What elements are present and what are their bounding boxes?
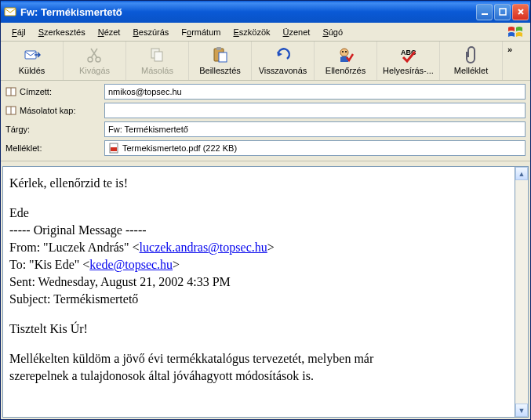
svg-rect-2	[500, 9, 506, 15]
check-icon	[337, 46, 355, 63]
svg-rect-18	[111, 147, 117, 151]
spelling-icon: ABC	[400, 46, 417, 63]
window-controls	[476, 4, 529, 20]
maximize-button[interactable]	[494, 4, 511, 20]
cc-input[interactable]	[104, 103, 526, 118]
scroll-down-button[interactable]: ▼	[515, 404, 528, 417]
paperclip-icon	[463, 46, 480, 63]
paste-button[interactable]: Beillesztés	[189, 42, 252, 80]
window-title: Fw: Termékismertető	[20, 6, 476, 18]
body-line: Sent: Wednesday, August 21, 2002 4:33 PM	[9, 275, 508, 289]
toolbar-overflow[interactable]: »	[503, 42, 517, 80]
toolbar: Küldés Kivágás Másolás Beillesztés Vissz…	[1, 42, 530, 81]
paste-icon	[212, 46, 229, 63]
undo-label: Visszavonás	[259, 66, 307, 75]
body-line: Kérlek, ellenőrzid te is!	[9, 176, 508, 190]
maximize-icon	[499, 8, 507, 16]
svg-rect-3	[25, 51, 36, 59]
menu-tools[interactable]: Eszközök	[227, 26, 276, 38]
menu-file[interactable]: Fájl	[5, 26, 32, 38]
attach-button[interactable]: Melléklet	[440, 42, 503, 80]
subject-label: Tárgy:	[5, 125, 100, 134]
check-button[interactable]: Ellenőrzés	[315, 42, 377, 80]
close-button[interactable]	[512, 4, 529, 20]
to-email-link[interactable]: kede@topsec.hu	[89, 258, 173, 271]
spelling-label: Helyesírás-...	[383, 66, 434, 75]
undo-icon	[275, 46, 292, 63]
menu-view[interactable]: Nézet	[92, 26, 127, 38]
compose-window: Fw: Termékismertető Fájl Szerkesztés Néz…	[0, 0, 531, 420]
windows-logo-icon	[507, 24, 526, 40]
menu-format[interactable]: Formátum	[175, 26, 227, 38]
spelling-button[interactable]: ABC Helyesírás-...	[377, 42, 440, 80]
cut-label: Kivágás	[79, 66, 110, 75]
body-line: Tisztelt Kis Úr!	[9, 322, 508, 336]
close-icon	[517, 8, 525, 16]
copy-button[interactable]: Másolás	[126, 42, 189, 80]
attachment-row: Melléklet: Termekismerteto.pdf (222 KB)	[5, 140, 526, 156]
to-input[interactable]	[104, 84, 526, 100]
cut-button[interactable]: Kivágás	[64, 42, 126, 80]
titlebar[interactable]: Fw: Termékismertető	[1, 1, 530, 23]
svg-point-11	[340, 49, 348, 56]
menu-message[interactable]: Üzenet	[277, 26, 317, 38]
scroll-up-button[interactable]: ▲	[515, 167, 528, 180]
minimize-button[interactable]	[476, 4, 493, 20]
message-body[interactable]: Kérlek, ellenőrzid te is! Ede ----- Orig…	[2, 166, 515, 418]
svg-point-12	[342, 51, 344, 52]
body-line: Ede	[9, 206, 508, 220]
to-label-btn[interactable]: Címzett:	[5, 87, 100, 96]
menu-edit[interactable]: Szerkesztés	[32, 26, 92, 38]
svg-point-13	[345, 51, 347, 52]
svg-point-5	[96, 57, 100, 62]
copy-icon	[149, 46, 166, 63]
copy-label: Másolás	[141, 66, 173, 75]
send-icon	[24, 46, 41, 63]
svg-rect-0	[5, 8, 16, 16]
body-line: ----- Original Message -----	[9, 223, 508, 237]
body-line: Subject: Termékismertető	[9, 292, 508, 306]
chevron-down-icon: ▼	[518, 407, 526, 415]
body-line: From: "Luczek András" <luczek.andras@top…	[9, 241, 508, 255]
body-wrap: Kérlek, ellenőrzid te is! Ede ----- Orig…	[1, 161, 530, 419]
attachment-label: Melléklet:	[5, 143, 100, 153]
svg-rect-1	[482, 13, 488, 15]
app-icon	[4, 5, 16, 18]
address-book-icon	[5, 106, 16, 115]
cc-row: Másolatot kap:	[5, 103, 526, 118]
undo-button[interactable]: Visszavonás	[252, 42, 315, 80]
pdf-icon	[108, 143, 119, 154]
body-line: Mellékelten küldöm a jövő évi termékkata…	[9, 352, 508, 366]
scroll-track[interactable]	[515, 180, 528, 404]
subject-row: Tárgy:	[5, 121, 526, 137]
subject-input[interactable]	[104, 121, 526, 137]
cc-label-btn[interactable]: Másolatot kap:	[5, 106, 100, 115]
menu-insert[interactable]: Beszúrás	[126, 26, 175, 38]
menubar: Fájl Szerkesztés Nézet Beszúrás Formátum…	[1, 23, 530, 42]
svg-rect-7	[155, 52, 162, 61]
chevron-up-icon: ▲	[518, 170, 526, 178]
check-label: Ellenőrzés	[326, 66, 366, 75]
send-button[interactable]: Küldés	[1, 42, 64, 80]
menu-help[interactable]: Súgó	[316, 26, 349, 38]
svg-rect-9	[216, 47, 221, 50]
address-book-icon	[5, 87, 16, 96]
body-line: szerepelnek a tulajdonosok által jóváhag…	[9, 369, 508, 383]
header-fields: Címzett: Másolatot kap: Tárgy: Melléklet…	[1, 81, 530, 161]
svg-rect-10	[219, 52, 227, 62]
from-email-link[interactable]: luczek.andras@topsec.hu	[140, 241, 267, 254]
chevron-right-icon: »	[507, 45, 512, 54]
cut-icon	[86, 46, 104, 63]
vertical-scrollbar[interactable]: ▲ ▼	[515, 166, 529, 418]
send-label: Küldés	[19, 66, 45, 75]
svg-point-4	[88, 57, 93, 62]
body-line: To: "Kis Ede" <kede@topsec.hu>	[9, 258, 508, 272]
minimize-icon	[481, 8, 489, 16]
to-row: Címzett:	[5, 84, 526, 100]
attachment-box[interactable]: Termekismerteto.pdf (222 KB)	[104, 140, 526, 156]
paste-label: Beillesztés	[199, 66, 241, 75]
attach-label: Melléklet	[454, 66, 488, 75]
attachment-name: Termekismerteto.pdf (222 KB)	[122, 143, 237, 153]
